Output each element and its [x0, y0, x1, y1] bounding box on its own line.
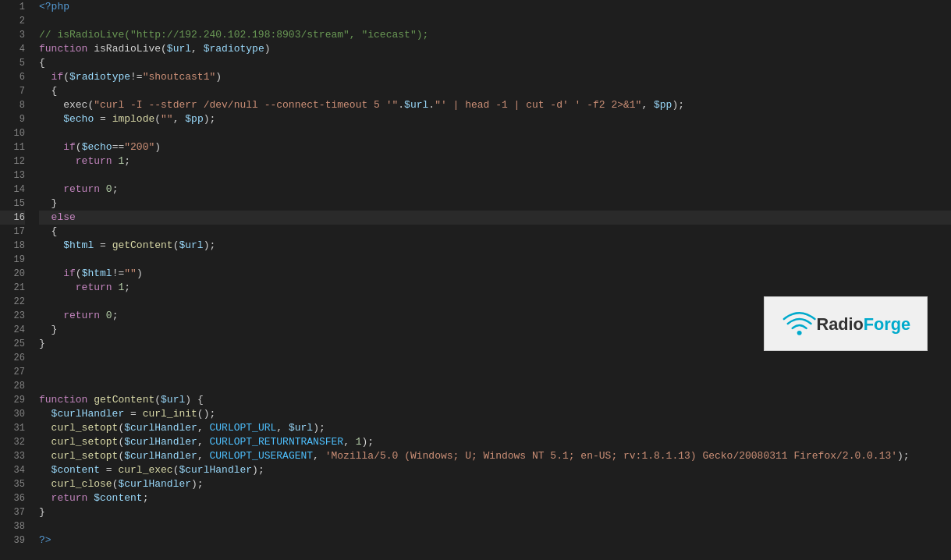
line-number: 2	[0, 14, 25, 28]
code-line: return 0;	[39, 183, 951, 197]
line-number: 21	[0, 281, 25, 295]
line-number: 27	[0, 365, 25, 379]
code-line: $echo = implode("", $pp);	[39, 112, 951, 126]
code-line: curl_setopt($curlHandler, CURLOPT_USERAG…	[39, 449, 951, 463]
code-line: else	[39, 211, 951, 225]
line-number: 36	[0, 491, 25, 505]
code-line: ?>	[39, 533, 951, 548]
line-number: 4	[0, 42, 25, 56]
code-line	[39, 365, 951, 379]
line-number: 6	[0, 70, 25, 84]
line-number: 8	[0, 98, 25, 112]
code-editor: 1234567891011121314151617181920212223242…	[0, 0, 951, 560]
code-line: if($html!="")	[39, 267, 951, 281]
line-number: 28	[0, 379, 25, 393]
line-number: 15	[0, 197, 25, 211]
line-number: 24	[0, 323, 25, 337]
code-line: {	[39, 84, 951, 98]
line-number: 35	[0, 477, 25, 491]
code-line: if($radiotype!="shoutcast1")	[39, 70, 951, 84]
line-number: 34	[0, 463, 25, 477]
line-number: 22	[0, 295, 25, 309]
line-number: 7	[0, 84, 25, 98]
code-content[interactable]: <?php // isRadioLive("http://192.240.102…	[31, 0, 951, 560]
code-line	[39, 168, 951, 183]
code-line: $curlHandler = curl_init();	[39, 407, 951, 421]
svg-text:Radio: Radio	[816, 314, 863, 334]
line-number: 17	[0, 225, 25, 239]
line-number: 20	[0, 267, 25, 281]
line-number: 5	[0, 56, 25, 70]
line-number: 1	[0, 0, 25, 14]
code-line: }	[39, 505, 951, 519]
line-number: 33	[0, 449, 25, 463]
code-line: // isRadioLive("http://192.240.102.198:8…	[39, 28, 951, 42]
line-number: 38	[0, 519, 25, 533]
line-number: 39	[0, 533, 25, 548]
line-number: 10	[0, 126, 25, 140]
code-line: return $content;	[39, 491, 951, 505]
line-number: 14	[0, 183, 25, 197]
code-line: return 1;	[39, 154, 951, 168]
line-number: 19	[0, 253, 25, 267]
line-number: 12	[0, 154, 25, 168]
line-number: 30	[0, 407, 25, 421]
code-line	[39, 126, 951, 140]
svg-point-0	[797, 331, 802, 335]
svg-text:Forge: Forge	[864, 314, 910, 334]
radioforge-logo: Radio Forge	[764, 296, 928, 351]
line-number: 9	[0, 112, 25, 126]
code-line: {	[39, 56, 951, 70]
code-line	[39, 253, 951, 267]
line-number: 16	[0, 211, 25, 225]
code-line: function isRadioLive($url, $radiotype)	[39, 42, 951, 56]
line-number: 26	[0, 351, 25, 365]
code-line: curl_setopt($curlHandler, CURLOPT_URL, $…	[39, 421, 951, 435]
code-line	[39, 519, 951, 533]
code-line: curl_close($curlHandler);	[39, 477, 951, 491]
code-line: $html = getContent($url);	[39, 239, 951, 253]
code-line: if($echo=="200")	[39, 140, 951, 154]
code-line: exec("curl -I --stderr /dev/null --conne…	[39, 98, 951, 112]
code-line: $content = curl_exec($curlHandler);	[39, 463, 951, 477]
line-number: 25	[0, 337, 25, 351]
line-number: 32	[0, 435, 25, 449]
line-number: 23	[0, 309, 25, 323]
line-number: 29	[0, 393, 25, 407]
code-line	[39, 379, 951, 393]
line-number: 11	[0, 140, 25, 154]
code-line: }	[39, 197, 951, 211]
line-number: 13	[0, 168, 25, 183]
code-line: return 1;	[39, 281, 951, 295]
line-number: 3	[0, 28, 25, 42]
code-line: curl_setopt($curlHandler, CURLOPT_RETURN…	[39, 435, 951, 449]
code-line: function getContent($url) {	[39, 393, 951, 407]
code-line	[39, 351, 951, 365]
code-line	[39, 14, 951, 28]
line-number: 37	[0, 505, 25, 519]
line-number: 31	[0, 421, 25, 435]
line-numbers: 1234567891011121314151617181920212223242…	[0, 0, 31, 560]
code-line: <?php	[39, 0, 951, 14]
line-number: 18	[0, 239, 25, 253]
code-line: {	[39, 225, 951, 239]
